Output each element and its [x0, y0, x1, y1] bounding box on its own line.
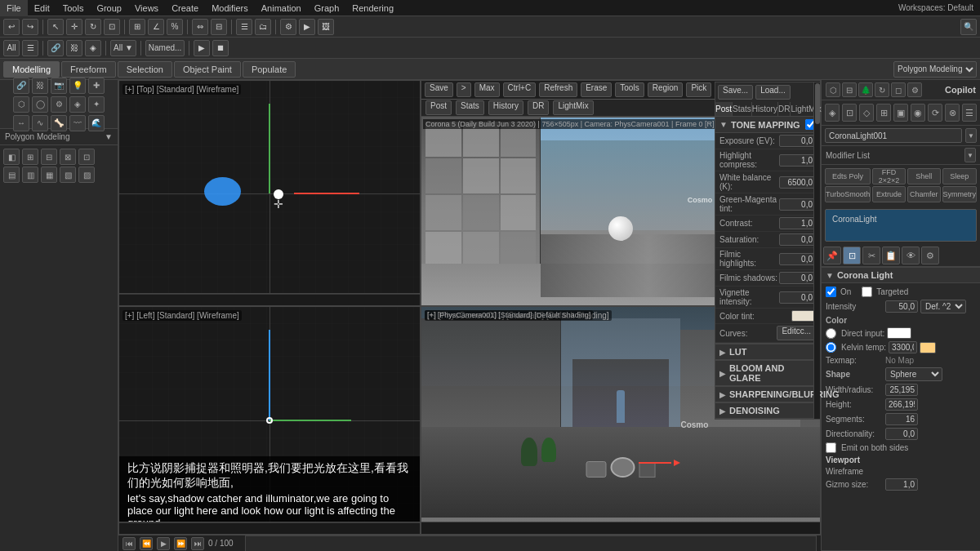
modifier-list-dropdown[interactable]: ▼ [964, 148, 976, 162]
tb2-named-selection[interactable]: Named... [145, 40, 185, 56]
tab-selection[interactable]: Selection [118, 61, 172, 78]
polygon-modeling-arrow[interactable]: ▼ [105, 132, 113, 141]
cp-icon-2[interactable]: ⊡ [842, 104, 857, 122]
left-extra-6[interactable]: ▤ [3, 167, 20, 183]
cl-shape-select[interactable]: Sphere Disc Rectangle [885, 367, 942, 381]
cl-direct-radio[interactable] [826, 328, 836, 339]
cp-icon-3[interactable]: ◇ [859, 104, 874, 122]
vfb-history-tab[interactable]: History [488, 100, 523, 115]
viewport-top-left[interactable]: [+] [Top] [Standard] [Wireframe] [118, 80, 421, 306]
tm-scrollbar-thumb[interactable] [815, 83, 820, 124]
polygon-modelling-dropdown[interactable]: Polygon Modeling [893, 61, 977, 78]
corona-light-section-header[interactable]: ▼ Corona Light [822, 267, 980, 283]
lut-section-header[interactable]: ▶ LUT [715, 344, 820, 360]
cl-gizmo-input[interactable] [885, 478, 918, 491]
cl-intensity-select[interactable]: Def. ^2 [920, 300, 966, 313]
mod-btn-edts-poly[interactable]: Edts Poly [825, 168, 871, 184]
left-tool-unlink[interactable]: ⛓ [32, 78, 48, 94]
tab-freeform[interactable]: Freeform [61, 61, 116, 78]
tab-populate[interactable]: Populate [243, 61, 296, 78]
viewport-bottom-left[interactable]: [+] [Left] [Standard] [Wireframe] [118, 306, 421, 535]
cp-icon-8[interactable]: ⊗ [945, 104, 960, 122]
cl-intensity-input[interactable] [885, 300, 918, 313]
cl-kelvin-radio[interactable] [826, 342, 836, 353]
left-tool-particles[interactable]: ✦ [88, 96, 105, 113]
menu-graph[interactable]: Graph [308, 0, 346, 16]
tb-layer-mgr[interactable]: ☰ [236, 19, 252, 35]
left-tool-light[interactable]: 💡 [69, 78, 86, 94]
rp-icon-modify[interactable]: ⊟ [842, 82, 857, 97]
mod-btn-ffd[interactable]: FFD 2×2×2 [872, 168, 906, 184]
left-extra-7[interactable]: ▥ [22, 167, 38, 183]
rp-icon-create[interactable]: ⬡ [826, 82, 840, 97]
tm-val-wb[interactable] [779, 176, 816, 189]
modifier-stack-item[interactable]: CoronaLight [829, 213, 973, 225]
rp-mod-icon-configure[interactable]: ⚙ [921, 247, 939, 264]
tm-val-fs[interactable] [779, 272, 816, 284]
left-tool-geom[interactable]: ⬡ [13, 96, 29, 113]
vfb-save-btn[interactable]: Save [425, 82, 453, 97]
tl-go-start[interactable]: ⏮ [122, 537, 136, 550]
tab-object-paint[interactable]: Object Paint [174, 61, 241, 78]
rp-icon-motion[interactable]: ↻ [875, 82, 889, 97]
left-tool-shape[interactable]: ◯ [32, 96, 48, 113]
vfb-max-btn[interactable]: Max [474, 82, 500, 97]
tb2-unlink[interactable]: ⛓ [66, 40, 82, 56]
menu-modifiers[interactable]: Modifiers [205, 0, 255, 16]
vfb-region-btn[interactable]: Region [648, 82, 684, 97]
tm-val-sat[interactable] [779, 233, 816, 246]
tb-redo[interactable]: ↪ [22, 19, 38, 35]
mod-btn-chamfer[interactable]: Chamfer [907, 186, 941, 202]
menu-tools[interactable]: Tools [56, 0, 91, 16]
tb-render[interactable]: ▶ [299, 19, 315, 35]
left-tool-compound[interactable]: ◈ [69, 96, 86, 113]
rp-icon-display[interactable]: ◻ [891, 82, 906, 97]
cl-direct-swatch[interactable] [887, 327, 911, 339]
tm-section-header[interactable]: ▼ TONE MAPPING [715, 117, 820, 133]
vfb-erase-btn[interactable]: Erase [581, 82, 612, 97]
rp-mod-icon-eye[interactable]: 👁 [902, 247, 920, 264]
cl-kelvin-input[interactable] [889, 341, 917, 353]
left-tool-camera[interactable]: 📷 [51, 78, 67, 94]
cl-segments-input[interactable] [885, 413, 918, 425]
menu-workspaces[interactable]: Workspaces: Default [892, 0, 980, 16]
cl-kelvin-swatch[interactable] [920, 342, 936, 353]
left-tool-helper[interactable]: ✚ [88, 78, 105, 94]
mod-btn-sleep[interactable]: Sleep [942, 168, 978, 184]
tb2-stop[interactable]: ⏹ [212, 40, 229, 56]
mod-btn-symmetry[interactable]: Symmetry [942, 186, 978, 202]
vfb-refresh-btn[interactable]: Refresh [539, 82, 577, 97]
cl-directionality-input[interactable] [885, 428, 918, 440]
tb2-select-filter[interactable]: All ▼ [110, 40, 136, 56]
tl-play[interactable]: ▶ [157, 537, 170, 550]
tb-undo[interactable]: ↩ [3, 19, 20, 35]
tm-scrollbar[interactable] [813, 82, 820, 419]
vfb-ctrlc-btn[interactable]: Ctrl+C [503, 82, 537, 97]
tl-go-end[interactable]: ⏭ [191, 537, 204, 550]
object-name-input[interactable] [825, 128, 962, 143]
vfb-lightmix-tab[interactable]: LightMix [553, 100, 593, 115]
menu-views[interactable]: Views [128, 0, 165, 16]
menu-file[interactable]: File [0, 0, 28, 16]
modifier-stack[interactable]: CoronaLight [825, 209, 977, 242]
tab-modelling[interactable]: Modelling [3, 61, 60, 78]
tm-tab-post[interactable]: Post [715, 102, 733, 116]
left-extra-4[interactable]: ⊠ [60, 149, 76, 165]
mod-btn-extrude[interactable]: Extrude [872, 186, 906, 202]
mod-btn-turbosmooth[interactable]: TurboSmooth [825, 186, 871, 202]
tb-move[interactable]: ✛ [66, 19, 82, 35]
tm-val-contrast[interactable] [779, 217, 816, 229]
tm-curves-btn[interactable]: Editcc... [777, 326, 816, 340]
tb2-play[interactable]: ▶ [194, 40, 210, 56]
vfb-dr-tab[interactable]: DR [528, 100, 549, 115]
object-name-dropdown[interactable]: ▼ [965, 128, 977, 143]
left-extra-3[interactable]: ⊟ [41, 149, 57, 165]
bloom-section-header[interactable]: ▶ BLOOM AND GLARE [715, 360, 820, 386]
cp-icon-6[interactable]: ◉ [911, 104, 925, 122]
left-extra-8[interactable]: ▦ [41, 167, 57, 183]
tb-align[interactable]: ⊟ [211, 19, 227, 35]
rp-mod-icon-cut[interactable]: ✂ [862, 247, 880, 264]
vfb-stats-tab[interactable]: Stats [456, 100, 484, 115]
tm-tab-stats[interactable]: Stats [733, 102, 752, 116]
tl-ticks[interactable] [245, 535, 817, 552]
